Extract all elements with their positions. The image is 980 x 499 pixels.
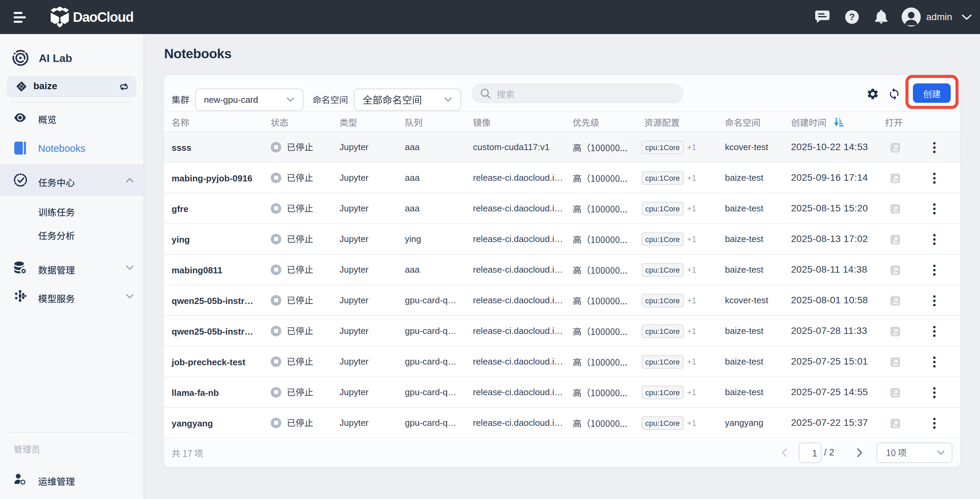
svg-text:?: ? [849, 12, 855, 22]
